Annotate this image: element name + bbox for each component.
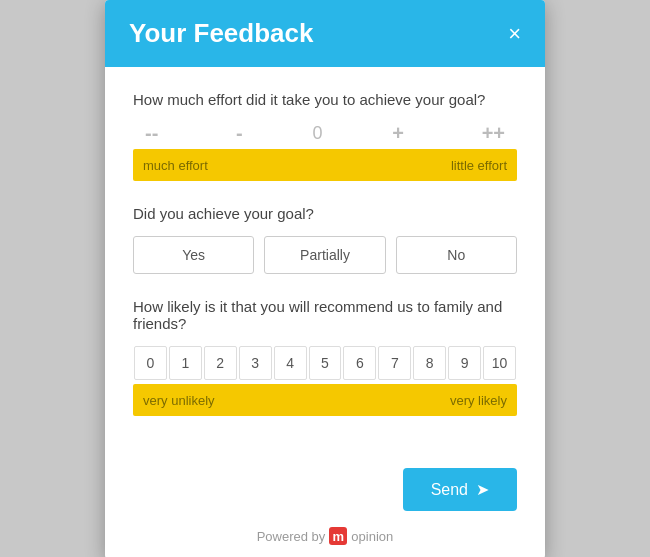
- goal-question: Did you achieve your goal?: [133, 205, 517, 222]
- nps-bar: very unlikely very likely: [133, 384, 517, 416]
- nps-label-right: very likely: [450, 393, 507, 408]
- plus-plus-button[interactable]: ++: [474, 122, 513, 145]
- effort-value: 0: [312, 123, 322, 144]
- nps-6[interactable]: 6: [343, 346, 376, 380]
- close-button[interactable]: ×: [508, 23, 521, 45]
- brand-name: opinion: [351, 529, 393, 544]
- modal-body: How much effort did it take you to achie…: [105, 67, 545, 456]
- goal-yes-button[interactable]: Yes: [133, 236, 254, 274]
- goal-partially-button[interactable]: Partially: [264, 236, 385, 274]
- minus-button[interactable]: -: [228, 122, 251, 145]
- nps-3[interactable]: 3: [239, 346, 272, 380]
- goal-buttons: Yes Partially No: [133, 236, 517, 274]
- powered-by-text: Powered by: [257, 529, 326, 544]
- effort-question: How much effort did it take you to achie…: [133, 91, 517, 108]
- nps-9[interactable]: 9: [448, 346, 481, 380]
- nps-7[interactable]: 7: [378, 346, 411, 380]
- effort-section: How much effort did it take you to achie…: [133, 91, 517, 181]
- modal-footer: Send ➤: [105, 456, 545, 527]
- send-icon: ➤: [476, 480, 489, 499]
- effort-controls: -- - 0 + ++: [133, 122, 517, 145]
- nps-row: 0 1 2 3 4 5 6 7 8 9 10: [133, 346, 517, 380]
- goal-no-button[interactable]: No: [396, 236, 517, 274]
- feedback-modal: Your Feedback × How much effort did it t…: [105, 0, 545, 557]
- nps-10[interactable]: 10: [483, 346, 516, 380]
- nps-8[interactable]: 8: [413, 346, 446, 380]
- modal-header: Your Feedback ×: [105, 0, 545, 67]
- goal-section: Did you achieve your goal? Yes Partially…: [133, 205, 517, 274]
- effort-label-right: little effort: [451, 158, 507, 173]
- send-label: Send: [431, 481, 468, 499]
- nps-label-left: very unlikely: [143, 393, 215, 408]
- effort-label-left: much effort: [143, 158, 208, 173]
- powered-by: Powered by m opinion: [105, 527, 545, 557]
- nps-section: How likely is it that you will recommend…: [133, 298, 517, 416]
- effort-bar: much effort little effort: [133, 149, 517, 181]
- brand-logo: m: [329, 527, 347, 545]
- nps-question: How likely is it that you will recommend…: [133, 298, 517, 332]
- plus-button[interactable]: +: [384, 122, 412, 145]
- nps-0[interactable]: 0: [134, 346, 167, 380]
- minus-minus-button[interactable]: --: [137, 122, 166, 145]
- nps-5[interactable]: 5: [309, 346, 342, 380]
- nps-4[interactable]: 4: [274, 346, 307, 380]
- nps-2[interactable]: 2: [204, 346, 237, 380]
- send-button[interactable]: Send ➤: [403, 468, 517, 511]
- modal-title: Your Feedback: [129, 18, 313, 49]
- nps-1[interactable]: 1: [169, 346, 202, 380]
